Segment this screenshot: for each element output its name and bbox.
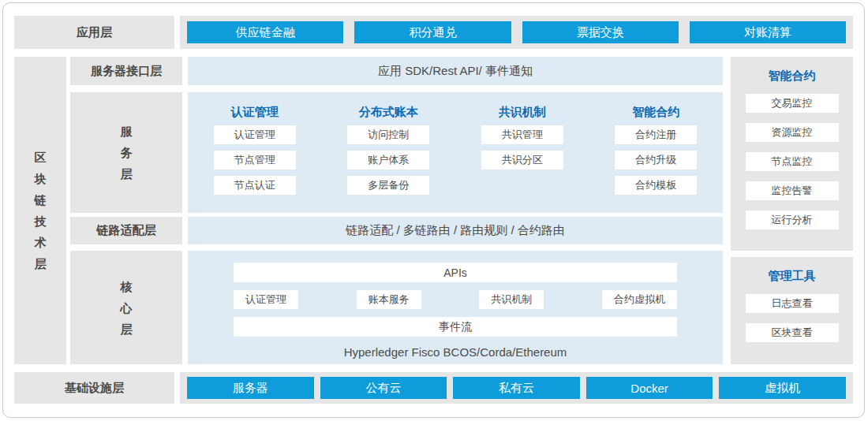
infrastructure-layer-label: 基础设施层 [14,372,174,404]
core-module: 合约虚拟机 [602,290,677,309]
service-item: 合约升级 [615,151,697,170]
tool-item: 日志查看 [746,294,839,313]
service-group-smart-contract-title: 智能合约 [632,103,679,121]
service-group-ledger: 分布式账本 访问控制 账户体系 多层备份 [322,103,456,213]
service-item: 认证管理 [214,125,296,144]
service-layer-label-text: 服务层 [120,121,133,184]
blockchain-tech-layer-bar: 区块链技术层 [14,57,66,364]
service-group-auth-title: 认证管理 [231,103,279,121]
service-item: 节点认证 [214,176,296,195]
application-layer-row: 应用层 供应链金融 积分通兑 票据交换 对账清算 [14,16,853,49]
core-modules-row: 认证管理 账本服务 共识机制 合约虚拟机 [234,290,677,309]
infrastructure-layer-row: 基础设施层 服务器 公有云 私有云 Docker 虚拟机 [14,372,853,404]
blockchain-tech-layer-label: 区块链技术层 [34,147,47,274]
smart-contract-panel-title: 智能合约 [769,69,816,84]
service-item: 合约模板 [615,176,697,195]
infrastructure-buttons-strip: 服务器 公有云 私有云 Docker 虚拟机 [180,372,853,404]
service-item: 账户体系 [347,151,429,170]
service-item: 多层备份 [347,176,429,195]
service-item: 访问控制 [347,125,429,144]
monitor-item: 节点监控 [746,152,839,171]
application-buttons-strip: 供应链金融 积分通兑 票据交换 对账清算 [180,16,853,49]
service-item: 节点管理 [214,151,296,170]
app-button-points-exchange: 积分通兑 [354,21,511,43]
right-panels-column: 智能合约 交易监控 资源监控 节点监控 监控告警 运行分析 管理工具 日志查看 … [731,57,853,364]
app-button-bill-exchange: 票据交换 [522,21,679,43]
app-button-reconciliation-clearing: 对账清算 [690,21,846,43]
monitor-item: 监控告警 [746,181,839,200]
service-item: 共识分区 [481,151,563,170]
infra-button-public-cloud: 公有云 [320,377,447,399]
core-module: 认证管理 [234,290,298,309]
management-tools-panel-title: 管理工具 [769,269,816,284]
service-layer-panel: 认证管理 认证管理 节点管理 节点认证 分布式账本 访问控制 账户体系 多层备份… [188,92,723,213]
service-group-consensus: 共识机制 共识管理 共识分区 [455,103,589,213]
platforms-text: Hyperledger Fisco BCOS/Corda/Ethereum [234,345,677,359]
core-module: 共识机制 [479,290,544,309]
monitor-item: 运行分析 [746,210,839,229]
link-adaptation-layer-label: 链路适配层 [70,217,182,244]
infra-button-vm: 虚拟机 [719,377,846,399]
smart-contract-monitor-panel: 智能合约 交易监控 资源监控 节点监控 监控告警 运行分析 [731,57,853,251]
core-layer-label: 核心层 [70,251,182,364]
app-button-supply-chain-finance: 供应链金融 [187,21,343,43]
application-layer-label: 应用层 [14,16,174,49]
blockchain-tech-layer-area: 区块链技术层 服务器接口层 服务层 链路适配层 核心层 应用 SDK/Rest … [14,57,853,364]
service-group-consensus-title: 共识机制 [499,103,546,121]
service-group-ledger-title: 分布式账本 [359,103,418,121]
monitor-item: 资源监控 [746,123,839,142]
sub-layer-labels-column: 服务器接口层 服务层 链路适配层 核心层 [70,57,182,364]
server-interface-layer-label: 服务器接口层 [70,57,182,85]
service-item: 合约注册 [615,125,697,144]
layer-content-column: 应用 SDK/Rest API/ 事件通知 认证管理 认证管理 节点管理 节点认… [188,57,723,364]
apis-bar: APIs [234,263,677,282]
core-layer-panel: APIs 认证管理 账本服务 共识机制 合约虚拟机 事件流 Hyperledge… [188,251,723,364]
service-layer-label: 服务层 [70,92,182,213]
service-item: 共识管理 [481,125,563,144]
infra-button-server: 服务器 [187,377,314,399]
link-adaptation-bar: 链路适配 / 多链路由 / 路由规则 / 合约路由 [188,217,723,244]
sdk-api-bar: 应用 SDK/Rest API/ 事件通知 [188,57,723,85]
event-stream-bar: 事件流 [234,317,677,337]
monitor-item: 交易监控 [746,94,839,113]
core-module: 账本服务 [357,290,421,309]
infra-button-private-cloud: 私有云 [453,377,580,399]
infra-button-docker: Docker [586,377,713,399]
core-layer-label-text: 核心层 [120,276,133,340]
tool-item: 区块查看 [746,323,839,342]
management-tools-panel: 管理工具 日志查看 区块查看 [731,257,853,364]
architecture-diagram-frame: 应用层 供应链金融 积分通兑 票据交换 对账清算 区块链技术层 服务器接口层 服… [2,2,865,418]
service-group-auth: 认证管理 认证管理 节点管理 节点认证 [188,103,322,213]
service-group-smart-contract: 智能合约 合约注册 合约升级 合约模板 [589,103,724,213]
